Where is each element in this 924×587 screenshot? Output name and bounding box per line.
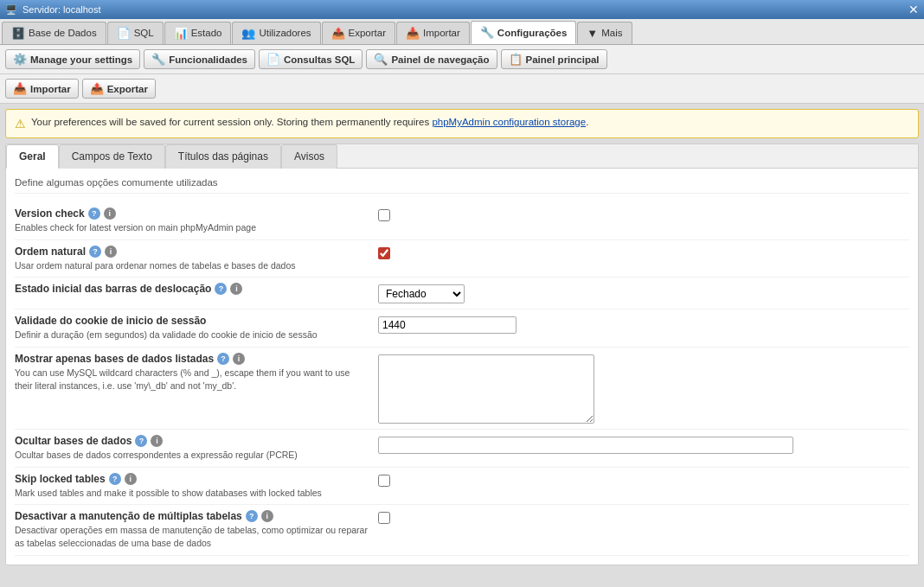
tab-icon-mais: ▼ bbox=[587, 27, 598, 40]
nav-tab-estado[interactable]: 📊Estado bbox=[164, 22, 232, 44]
btn-icon-manage-settings: ⚙️ bbox=[13, 53, 27, 66]
help-icon-desactivar-manutencao[interactable]: ? bbox=[246, 510, 258, 522]
help-icon-version-check[interactable]: ? bbox=[88, 207, 100, 220]
btn-label-funcionalidades: Funcionalidades bbox=[169, 54, 247, 65]
settings-tabs: GeralCampos de TextoTítulos das páginasA… bbox=[6, 144, 918, 169]
main-nav: 🗄️Base de Dados📄SQL📊Estado👥Utilizadores📤… bbox=[0, 19, 924, 45]
nav-tab-mais[interactable]: ▼Mais bbox=[577, 22, 632, 44]
toolbar-btn-consultas-sql[interactable]: 📄Consultas SQL bbox=[259, 49, 363, 69]
setting-label-col-ordem-natural: Ordem natural?iUsar ordem natural para o… bbox=[15, 246, 369, 272]
checkbox-version-check[interactable] bbox=[378, 209, 390, 221]
setting-label-ordem-natural: Ordem natural?i bbox=[15, 246, 369, 258]
nav-tab-base-de-dados[interactable]: 🗄️Base de Dados bbox=[2, 22, 106, 44]
setting-control-skip-locked bbox=[378, 473, 909, 487]
setting-label-text-skip-locked: Skip locked tables bbox=[15, 473, 106, 485]
select-estado-inicial-barras[interactable]: FechadoAberto bbox=[378, 284, 465, 303]
info-icon-mostrar-bases[interactable]: i bbox=[233, 353, 245, 365]
settings-content-area[interactable]: Define algumas opções comumente utilizad… bbox=[6, 169, 918, 565]
textarea-mostrar-bases[interactable] bbox=[378, 354, 594, 424]
setting-label-estado-inicial-barras: Estado inicial das barras de deslocação?… bbox=[15, 283, 369, 295]
tab-icon-estado: 📊 bbox=[174, 27, 188, 40]
nav-tab-importar[interactable]: 📥Importar bbox=[396, 22, 470, 44]
settings-panel: GeralCampos de TextoTítulos das páginasA… bbox=[5, 144, 919, 565]
btn2-icon-importar: 📥 bbox=[13, 82, 27, 95]
setting-label-version-check: Version check?i bbox=[15, 207, 369, 220]
setting-label-text-ordem-natural: Ordem natural bbox=[15, 246, 86, 258]
setting-row-estado-inicial-barras: Estado inicial das barras de deslocação?… bbox=[15, 278, 909, 309]
config-storage-link[interactable]: phpMyAdmin configuration storage bbox=[432, 117, 586, 127]
setting-desc-version-check: Enables check for latest version on main… bbox=[15, 221, 369, 234]
setting-desc-validade-cookie: Definir a duração (em segundos) da valid… bbox=[15, 329, 369, 341]
toolbar-btn-painel-navegacao[interactable]: 🔍Painel de navegação bbox=[366, 49, 497, 69]
setting-control-validade-cookie bbox=[378, 315, 909, 334]
setting-row-validade-cookie: Validade do cookie de inicio de sessãoDe… bbox=[15, 309, 909, 348]
nav-tab-configuracoes[interactable]: 🔧Configurações bbox=[471, 21, 577, 44]
setting-desc-skip-locked: Mark used tables and make it possible to… bbox=[15, 487, 369, 500]
setting-control-desactivar-manutencao bbox=[378, 510, 909, 524]
btn-label-painel-principal: Painel principal bbox=[526, 54, 600, 65]
btn-icon-painel-principal: 📋 bbox=[509, 53, 523, 66]
settings-tab-titulos-paginas[interactable]: Títulos das páginas bbox=[165, 144, 281, 169]
setting-label-text-desactivar-manutencao: Desactivar a manutenção de múltiplas tab… bbox=[15, 510, 242, 522]
btn2-label-importar: Importar bbox=[30, 84, 71, 94]
setting-row-mostrar-bases: Mostrar apenas bases de dados listadas?i… bbox=[15, 348, 909, 430]
tab-icon-base-de-dados: 🗄️ bbox=[11, 27, 25, 40]
setting-label-col-validade-cookie: Validade do cookie de inicio de sessãoDe… bbox=[15, 315, 369, 341]
warning-icon: ⚠ bbox=[15, 117, 26, 131]
toolbar-btn2-importar[interactable]: 📥Importar bbox=[5, 79, 79, 99]
window-title: Servidor: localhost bbox=[22, 4, 101, 15]
help-icon-ordem-natural[interactable]: ? bbox=[89, 246, 101, 258]
setting-control-ordem-natural bbox=[378, 246, 909, 259]
info-icon-ocultar-bases[interactable]: i bbox=[151, 435, 163, 447]
input-validade-cookie[interactable] bbox=[378, 316, 517, 334]
close-button[interactable]: ✕ bbox=[908, 3, 919, 16]
setting-row-version-check: Version check?iEnables check for latest … bbox=[15, 202, 909, 240]
info-icon-ordem-natural[interactable]: i bbox=[105, 246, 117, 258]
info-icon-estado-inicial-barras[interactable]: i bbox=[230, 283, 242, 295]
info-icon-desactivar-manutencao[interactable]: i bbox=[261, 510, 273, 522]
setting-label-col-desactivar-manutencao: Desactivar a manutenção de múltiplas tab… bbox=[15, 510, 369, 549]
setting-label-skip-locked: Skip locked tables?i bbox=[15, 473, 369, 485]
toolbar-btn-painel-principal[interactable]: 📋Painel principal bbox=[501, 49, 607, 69]
info-icon-skip-locked[interactable]: i bbox=[125, 473, 137, 485]
settings-tab-avisos[interactable]: Avisos bbox=[281, 144, 337, 169]
setting-desc-ocultar-bases: Ocultar bases de dados correspondentes a… bbox=[15, 449, 369, 462]
setting-label-text-ocultar-bases: Ocultar bases de dados bbox=[15, 435, 132, 447]
toolbar-btn2-exportar[interactable]: 📤Exportar bbox=[82, 79, 156, 99]
setting-label-col-ocultar-bases: Ocultar bases de dados?iOcultar bases de… bbox=[15, 435, 369, 462]
help-icon-skip-locked[interactable]: ? bbox=[109, 473, 121, 485]
checkbox-ordem-natural[interactable] bbox=[378, 247, 390, 259]
settings-tab-geral[interactable]: Geral bbox=[6, 144, 59, 169]
setting-control-version-check bbox=[378, 207, 909, 221]
toolbar-btn-manage-settings[interactable]: ⚙️Manage your settings bbox=[5, 49, 140, 69]
btn-label-painel-navegacao: Painel de navegação bbox=[391, 54, 489, 65]
toolbar-row2: 📥Importar📤Exportar bbox=[0, 74, 924, 104]
btn-icon-funcionalidades: 🔧 bbox=[151, 53, 165, 66]
tab-label-estado: Estado bbox=[191, 28, 222, 38]
btn-label-manage-settings: Manage your settings bbox=[30, 54, 132, 65]
checkbox-skip-locked[interactable] bbox=[378, 475, 390, 487]
tab-label-configuracoes: Configurações bbox=[497, 28, 568, 38]
tab-icon-importar: 📥 bbox=[406, 27, 420, 40]
tab-label-exportar: Exportar bbox=[349, 28, 386, 38]
help-icon-ocultar-bases[interactable]: ? bbox=[135, 435, 147, 447]
help-icon-mostrar-bases[interactable]: ? bbox=[217, 353, 229, 365]
checkbox-desactivar-manutencao[interactable] bbox=[378, 512, 390, 524]
setting-desc-desactivar-manutencao: Desactivar operações em massa de manuten… bbox=[15, 524, 369, 549]
settings-tab-campos-texto[interactable]: Campos de Texto bbox=[59, 144, 165, 169]
setting-label-desactivar-manutencao: Desactivar a manutenção de múltiplas tab… bbox=[15, 510, 369, 522]
tab-label-importar: Importar bbox=[423, 28, 460, 38]
alert-box: ⚠ Your preferences will be saved for cur… bbox=[5, 109, 919, 138]
nav-tab-exportar[interactable]: 📤Exportar bbox=[322, 22, 395, 44]
nav-tab-sql[interactable]: 📄SQL bbox=[107, 22, 164, 44]
toolbar-btn-funcionalidades[interactable]: 🔧Funcionalidades bbox=[144, 49, 255, 69]
input-wide-ocultar-bases[interactable] bbox=[378, 437, 793, 454]
setting-desc-ordem-natural: Usar ordem natural para ordenar nomes de… bbox=[15, 259, 369, 272]
settings-description: Define algumas opções comumente utilizad… bbox=[15, 177, 909, 194]
btn2-icon-exportar: 📤 bbox=[90, 82, 104, 95]
info-icon-version-check[interactable]: i bbox=[104, 207, 116, 220]
nav-tab-utilizadores[interactable]: 👥Utilizadores bbox=[232, 22, 320, 44]
setting-row-ocultar-bases: Ocultar bases de dados?iOcultar bases de… bbox=[15, 430, 909, 468]
help-icon-estado-inicial-barras[interactable]: ? bbox=[215, 283, 227, 295]
tab-icon-configuracoes: 🔧 bbox=[480, 26, 494, 39]
